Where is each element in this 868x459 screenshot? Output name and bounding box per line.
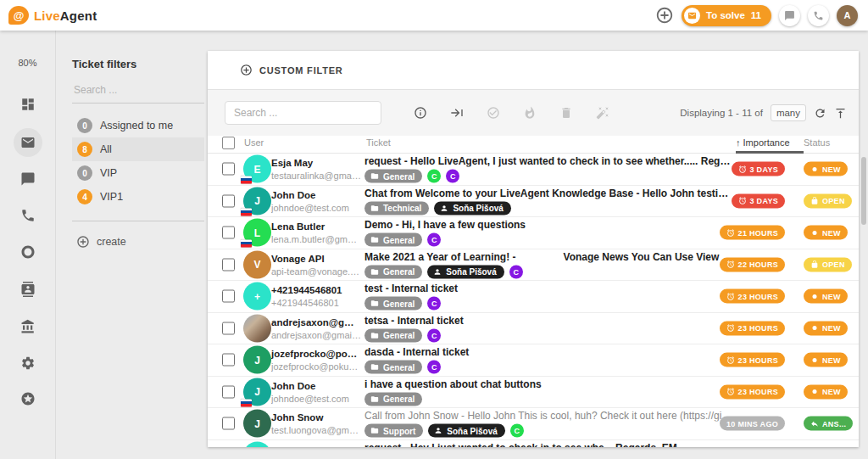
- select-all-checkbox[interactable]: [222, 137, 235, 149]
- filter-item-vip1[interactable]: 4 VIP1: [72, 185, 204, 209]
- dashboard-icon: [20, 97, 36, 112]
- page-size-box[interactable]: many: [771, 104, 806, 121]
- department-tag: General: [364, 392, 422, 406]
- table-row[interactable]: + +421944546801 +421944546801 test - Int…: [208, 281, 859, 313]
- ticket-cell: test - Internal ticket GeneralC: [364, 283, 733, 311]
- row-checkbox[interactable]: [222, 322, 235, 334]
- ticket-search-input[interactable]: [225, 101, 381, 125]
- status-badge: NEW: [804, 162, 848, 176]
- row-checkbox[interactable]: [222, 227, 235, 239]
- sidebar-item-star[interactable]: [0, 391, 55, 406]
- table-row[interactable]: J John Doe johndoe@test.com i have a que…: [208, 377, 859, 409]
- column-header-importance[interactable]: ↑ Importance: [736, 137, 790, 148]
- logo-live-text: Live: [34, 8, 60, 23]
- row-checkbox[interactable]: [222, 417, 235, 430]
- forward-icon[interactable]: [450, 106, 464, 120]
- filter-item-vip[interactable]: 0 VIP: [72, 161, 204, 185]
- lock-icon: [810, 260, 819, 269]
- filter-item-all[interactable]: 8 All: [72, 137, 204, 161]
- filters-search-input[interactable]: [72, 83, 208, 97]
- status-badge: NEW: [804, 226, 848, 240]
- sidebar-item-ring[interactable]: [0, 244, 55, 260]
- create-filter-button[interactable]: create: [72, 235, 204, 249]
- table-row[interactable]: E Esja May request - Hey I just wanted t…: [208, 440, 859, 448]
- avatar: J: [243, 187, 271, 215]
- merge-icon[interactable]: [596, 106, 609, 120]
- collapse-to-top-icon[interactable]: [834, 107, 847, 120]
- importance-badge: 22 HOURS: [720, 257, 785, 271]
- custom-filter-button[interactable]: CUSTOM FILTER: [208, 51, 859, 89]
- logo-agent-text: Agent: [60, 8, 97, 23]
- bank-icon: [20, 319, 36, 334]
- ticket-subject: dasda - Internal ticket: [364, 346, 733, 358]
- user-cell: Lena Butler lena.m.butler@gmail....: [271, 221, 361, 245]
- importance-badge: 21 HOURS: [720, 226, 785, 240]
- user-email: andrejsaxon@gmail.c...: [271, 328, 361, 340]
- column-header-status[interactable]: Status: [804, 137, 830, 148]
- table-row[interactable]: J John Snow test.luongova@gmail.... Call…: [208, 408, 859, 440]
- ticket-tags: GeneralC: [364, 328, 733, 342]
- row-checkbox[interactable]: [222, 385, 235, 398]
- resolve-icon[interactable]: [487, 106, 500, 120]
- user-email: lena.m.butler@gmail....: [271, 233, 361, 245]
- custom-filter-label: CUSTOM FILTER: [259, 65, 343, 76]
- envelope-icon: [687, 11, 697, 20]
- dot-icon: [810, 165, 819, 173]
- sidebar-item-contacts[interactable]: [0, 282, 55, 297]
- add-new-button[interactable]: [655, 6, 674, 25]
- filter-label: Assigned to me: [100, 120, 173, 132]
- scrollbar-thumb[interactable]: [861, 157, 866, 225]
- filter-count-badge: 8: [77, 142, 92, 157]
- status-badge: NEW: [804, 384, 848, 399]
- user-name: jozefprocko@pokusa....: [271, 348, 361, 361]
- table-row[interactable]: L Lena Butler lena.m.butler@gmail.... De…: [208, 217, 859, 249]
- ticket-subject: i have a question about chat buttons: [364, 378, 733, 389]
- sidebar-item-dashboard[interactable]: [0, 97, 55, 112]
- calls-button[interactable]: [808, 5, 829, 26]
- row-checkbox[interactable]: [222, 258, 235, 271]
- sidebar-item-gear[interactable]: [0, 355, 55, 371]
- alarm-icon: [726, 260, 735, 269]
- importance-badge: 23 HOURS: [720, 353, 785, 367]
- chats-button[interactable]: [779, 5, 800, 26]
- ticket-subject: request - Hey I just wanted to check in …: [364, 441, 733, 447]
- sidebar-item-chat[interactable]: [0, 171, 55, 187]
- ticket-tags: GeneralSoňa PišováC: [364, 265, 733, 278]
- sidebar-item-phone[interactable]: [0, 208, 55, 223]
- table-row[interactable]: J jozefprocko@pokusa.... jozefprocko@pok…: [208, 344, 859, 377]
- owner-tag: Soňa Pišová: [434, 201, 510, 215]
- importance-badge: 23 HOURS: [720, 384, 785, 399]
- to-solve-button[interactable]: To solve 11: [682, 5, 771, 26]
- toolbar-icons: [414, 106, 609, 120]
- ticket-tags: GeneralC: [364, 233, 733, 247]
- row-checkbox[interactable]: [222, 194, 235, 207]
- user-cell: Vonage API api-team@vonage.com: [271, 252, 361, 277]
- table-row[interactable]: V Vonage API api-team@vonage.com Make 20…: [208, 249, 859, 282]
- contact-tag: C: [446, 170, 459, 183]
- sidebar-item-bank[interactable]: [0, 319, 55, 334]
- filter-item-assigned-to-me[interactable]: 0 Assigned to me: [72, 114, 204, 137]
- department-tag: General: [364, 265, 422, 278]
- spam-icon[interactable]: [523, 106, 537, 120]
- avatar: [243, 314, 271, 342]
- row-checkbox[interactable]: [222, 354, 235, 367]
- agent-avatar[interactable]: A: [837, 5, 858, 26]
- folder-icon: [370, 427, 379, 435]
- row-checkbox[interactable]: [222, 163, 235, 176]
- info-icon[interactable]: [414, 106, 427, 120]
- contact-tag: C: [509, 265, 523, 278]
- folder-icon: [370, 236, 379, 244]
- user-name: Vonage API: [271, 252, 361, 265]
- table-row[interactable]: andrejsaxon@gmail.c... andrejsaxon@gmail…: [208, 313, 859, 345]
- refresh-icon[interactable]: [814, 107, 826, 120]
- sidebar-item-mail[interactable]: [0, 135, 55, 150]
- displaying-text: Displaying 1 - 11 of: [680, 108, 763, 118]
- table-row[interactable]: J John Doe johndoe@test.com Chat from We…: [208, 186, 859, 218]
- table-row[interactable]: E Esja May testauralinka@gmail.c... requ…: [208, 154, 859, 186]
- filters-title: Ticket filters: [72, 58, 204, 70]
- avatar: E: [243, 441, 271, 447]
- row-checkbox[interactable]: [222, 290, 235, 303]
- user-cell: Esja May testauralinka@gmail.c...: [271, 157, 361, 182]
- delete-icon[interactable]: [559, 106, 573, 120]
- slovakia-flag-icon: [241, 399, 252, 406]
